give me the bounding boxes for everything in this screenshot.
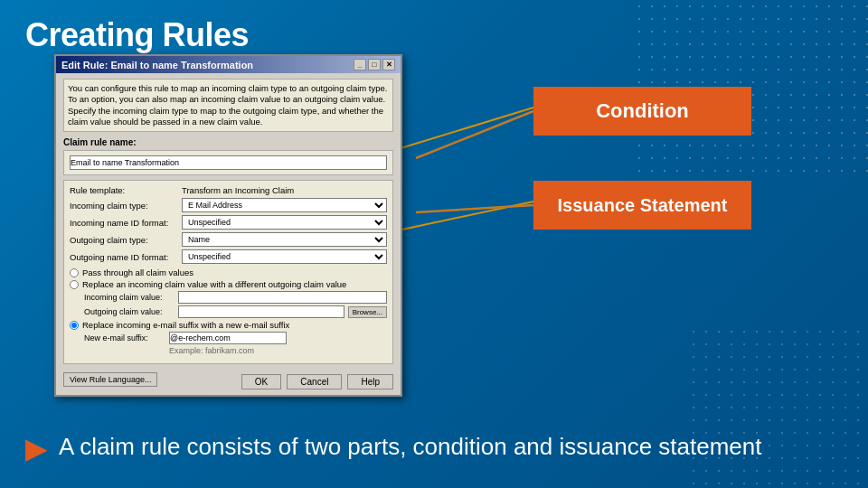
radio-group: Pass through all claim values Replace an… bbox=[70, 267, 387, 355]
radio-replace-label: Replace an incoming claim value with a d… bbox=[82, 279, 346, 289]
browse-button[interactable]: Browse... bbox=[348, 306, 387, 318]
maximize-button[interactable]: □ bbox=[368, 59, 381, 70]
condition-callout: Condition bbox=[533, 87, 751, 136]
outgoing-claim-type-select-wrapper: Name bbox=[182, 232, 387, 247]
dot-pattern-bottom-right bbox=[687, 325, 868, 488]
outgoing-name-format-select[interactable]: Unspecified bbox=[182, 249, 387, 264]
bullet-text: A claim rule consists of two parts, cond… bbox=[59, 432, 762, 462]
rule-template-row: Rule template: Transform an Incoming Cla… bbox=[70, 185, 387, 195]
outgoing-claim-type-row: Outgoing claim type: Name bbox=[70, 232, 387, 247]
close-button[interactable]: ✕ bbox=[382, 59, 395, 70]
dialog-title: Edit Rule: Email to name Transformation bbox=[61, 60, 253, 70]
outgoing-name-format-select-wrapper: Unspecified bbox=[182, 249, 387, 264]
radio-replace-suffix[interactable] bbox=[70, 321, 79, 330]
minimize-button[interactable]: _ bbox=[354, 59, 366, 70]
incoming-name-format-select[interactable]: Unspecified bbox=[182, 215, 387, 230]
claim-rule-name-input[interactable] bbox=[70, 155, 387, 170]
outgoing-claim-type-label: Outgoing claim type: bbox=[70, 235, 178, 245]
claim-rule-name-group bbox=[63, 150, 393, 175]
condition-label: Condition bbox=[596, 99, 689, 123]
new-email-suffix-label: New e-mail suffix: bbox=[84, 333, 165, 343]
dialog-footer: View Rule Language... OK Cancel Help bbox=[63, 369, 393, 389]
dialog-info-text: You can configure this rule to map an in… bbox=[63, 79, 393, 132]
ok-button[interactable]: OK bbox=[241, 374, 281, 389]
incoming-name-format-label: Incoming name ID format: bbox=[70, 218, 178, 228]
example-text: Example: fabrikam.com bbox=[169, 346, 254, 355]
new-email-suffix-input[interactable] bbox=[169, 332, 287, 344]
dialog-titlebar-buttons: _ □ ✕ bbox=[354, 59, 395, 70]
incoming-claim-value-input[interactable] bbox=[178, 291, 387, 304]
rule-template-value: Transform an Incoming Claim bbox=[182, 185, 294, 195]
radio-replace-row: Replace an incoming claim value with a d… bbox=[70, 279, 387, 289]
help-button[interactable]: Help bbox=[347, 374, 393, 389]
issuance-callout: Issuance Statement bbox=[533, 181, 751, 230]
radio-replace-suffix-label: Replace incoming e-mail suffix with a ne… bbox=[82, 320, 289, 330]
outgoing-claim-value-input[interactable] bbox=[178, 305, 344, 318]
outgoing-claim-value-row: Outgoing claim value: Browse... bbox=[84, 305, 387, 318]
rule-template-label: Rule template: bbox=[70, 185, 178, 195]
radio-replace[interactable] bbox=[70, 280, 79, 289]
radio-pass-row: Pass through all claim values bbox=[70, 267, 387, 277]
radio-pass-label: Pass through all claim values bbox=[82, 267, 193, 277]
incoming-name-format-row: Incoming name ID format: Unspecified bbox=[70, 215, 387, 230]
dialog-box: Edit Rule: Email to name Transformation … bbox=[54, 54, 402, 397]
cancel-button[interactable]: Cancel bbox=[287, 374, 342, 389]
new-email-suffix-row: New e-mail suffix: bbox=[84, 332, 387, 344]
dialog-bottom-buttons: OK Cancel Help bbox=[241, 374, 393, 389]
incoming-claim-type-row: Incoming claim type: E Mail Address bbox=[70, 198, 387, 212]
outgoing-name-format-row: Outgoing name ID format: Unspecified bbox=[70, 249, 387, 264]
issuance-label: Issuance Statement bbox=[558, 195, 728, 216]
incoming-claim-type-select-wrapper: E Mail Address bbox=[182, 198, 387, 212]
incoming-claim-value-row: Incoming claim value: bbox=[84, 291, 387, 304]
view-rule-language-button[interactable]: View Rule Language... bbox=[63, 372, 157, 387]
dialog-body: You can configure this rule to map an in… bbox=[56, 73, 401, 395]
outgoing-claim-type-select[interactable]: Name bbox=[182, 232, 387, 247]
bullet-arrow-icon: ▶ bbox=[25, 434, 48, 463]
radio-pass[interactable] bbox=[70, 268, 79, 277]
dialog-titlebar: Edit Rule: Email to name Transformation … bbox=[56, 56, 401, 73]
rule-template-group: Rule template: Transform an Incoming Cla… bbox=[63, 180, 393, 364]
incoming-claim-value-label: Incoming claim value: bbox=[84, 293, 175, 302]
radio-replace-suffix-row: Replace incoming e-mail suffix with a ne… bbox=[70, 320, 387, 330]
dialog-container: Edit Rule: Email to name Transformation … bbox=[54, 54, 434, 361]
incoming-claim-type-label: Incoming claim type: bbox=[70, 201, 178, 211]
bullet-section: ▶ A claim rule consists of two parts, co… bbox=[25, 432, 843, 463]
example-row: Example: fabrikam.com bbox=[84, 346, 387, 355]
incoming-name-format-select-wrapper: Unspecified bbox=[182, 215, 387, 230]
claim-rule-name-label: Claim rule name: bbox=[63, 137, 393, 147]
page-title: Creating Rules bbox=[25, 16, 249, 54]
outgoing-name-format-label: Outgoing name ID format: bbox=[70, 252, 178, 262]
incoming-claim-type-select[interactable]: E Mail Address bbox=[182, 198, 387, 212]
outgoing-claim-value-label: Outgoing claim value: bbox=[84, 307, 175, 316]
